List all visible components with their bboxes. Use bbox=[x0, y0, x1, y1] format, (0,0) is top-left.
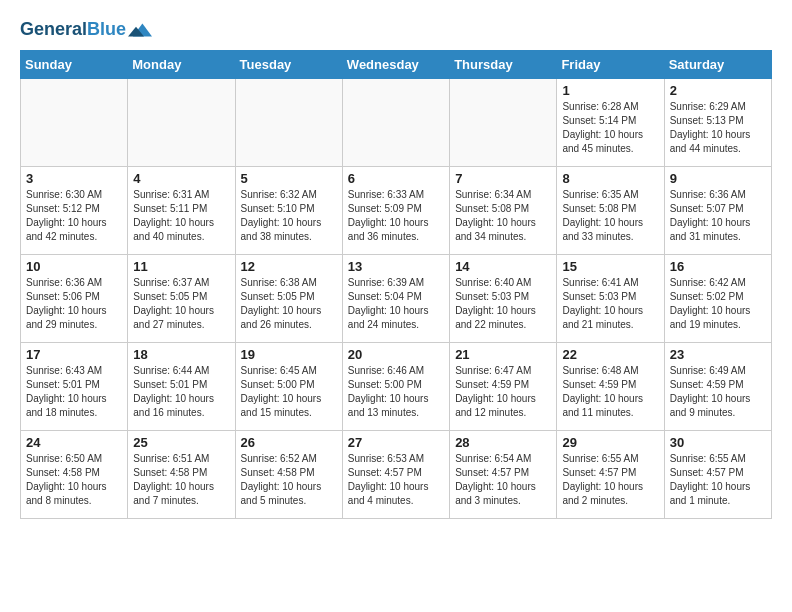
day-info: Sunrise: 6:41 AM Sunset: 5:03 PM Dayligh… bbox=[562, 276, 658, 332]
day-info: Sunrise: 6:42 AM Sunset: 5:02 PM Dayligh… bbox=[670, 276, 766, 332]
calendar-cell: 20Sunrise: 6:46 AM Sunset: 5:00 PM Dayli… bbox=[342, 343, 449, 431]
day-number: 26 bbox=[241, 435, 337, 450]
day-info: Sunrise: 6:54 AM Sunset: 4:57 PM Dayligh… bbox=[455, 452, 551, 508]
calendar-cell: 2Sunrise: 6:29 AM Sunset: 5:13 PM Daylig… bbox=[664, 79, 771, 167]
day-info: Sunrise: 6:46 AM Sunset: 5:00 PM Dayligh… bbox=[348, 364, 444, 420]
calendar-cell bbox=[342, 79, 449, 167]
day-info: Sunrise: 6:31 AM Sunset: 5:11 PM Dayligh… bbox=[133, 188, 229, 244]
day-number: 5 bbox=[241, 171, 337, 186]
day-number: 14 bbox=[455, 259, 551, 274]
day-info: Sunrise: 6:55 AM Sunset: 4:57 PM Dayligh… bbox=[562, 452, 658, 508]
calendar-week-row: 1Sunrise: 6:28 AM Sunset: 5:14 PM Daylig… bbox=[21, 79, 772, 167]
calendar-header-row: SundayMondayTuesdayWednesdayThursdayFrid… bbox=[21, 51, 772, 79]
day-info: Sunrise: 6:33 AM Sunset: 5:09 PM Dayligh… bbox=[348, 188, 444, 244]
day-info: Sunrise: 6:30 AM Sunset: 5:12 PM Dayligh… bbox=[26, 188, 122, 244]
calendar-cell: 8Sunrise: 6:35 AM Sunset: 5:08 PM Daylig… bbox=[557, 167, 664, 255]
calendar-cell bbox=[450, 79, 557, 167]
day-number: 8 bbox=[562, 171, 658, 186]
day-number: 3 bbox=[26, 171, 122, 186]
calendar-cell: 1Sunrise: 6:28 AM Sunset: 5:14 PM Daylig… bbox=[557, 79, 664, 167]
day-info: Sunrise: 6:35 AM Sunset: 5:08 PM Dayligh… bbox=[562, 188, 658, 244]
day-number: 4 bbox=[133, 171, 229, 186]
day-number: 13 bbox=[348, 259, 444, 274]
day-number: 1 bbox=[562, 83, 658, 98]
calendar-cell: 12Sunrise: 6:38 AM Sunset: 5:05 PM Dayli… bbox=[235, 255, 342, 343]
day-number: 16 bbox=[670, 259, 766, 274]
weekday-header-saturday: Saturday bbox=[664, 51, 771, 79]
calendar-cell: 3Sunrise: 6:30 AM Sunset: 5:12 PM Daylig… bbox=[21, 167, 128, 255]
day-info: Sunrise: 6:38 AM Sunset: 5:05 PM Dayligh… bbox=[241, 276, 337, 332]
calendar-cell: 18Sunrise: 6:44 AM Sunset: 5:01 PM Dayli… bbox=[128, 343, 235, 431]
calendar-week-row: 3Sunrise: 6:30 AM Sunset: 5:12 PM Daylig… bbox=[21, 167, 772, 255]
day-number: 15 bbox=[562, 259, 658, 274]
day-number: 30 bbox=[670, 435, 766, 450]
day-number: 29 bbox=[562, 435, 658, 450]
day-info: Sunrise: 6:50 AM Sunset: 4:58 PM Dayligh… bbox=[26, 452, 122, 508]
day-number: 23 bbox=[670, 347, 766, 362]
calendar-cell: 23Sunrise: 6:49 AM Sunset: 4:59 PM Dayli… bbox=[664, 343, 771, 431]
calendar-cell: 16Sunrise: 6:42 AM Sunset: 5:02 PM Dayli… bbox=[664, 255, 771, 343]
calendar-week-row: 10Sunrise: 6:36 AM Sunset: 5:06 PM Dayli… bbox=[21, 255, 772, 343]
day-info: Sunrise: 6:43 AM Sunset: 5:01 PM Dayligh… bbox=[26, 364, 122, 420]
logo-icon bbox=[128, 20, 152, 40]
day-number: 11 bbox=[133, 259, 229, 274]
day-number: 19 bbox=[241, 347, 337, 362]
calendar-cell: 26Sunrise: 6:52 AM Sunset: 4:58 PM Dayli… bbox=[235, 431, 342, 519]
calendar-cell: 25Sunrise: 6:51 AM Sunset: 4:58 PM Dayli… bbox=[128, 431, 235, 519]
day-number: 21 bbox=[455, 347, 551, 362]
calendar-cell: 7Sunrise: 6:34 AM Sunset: 5:08 PM Daylig… bbox=[450, 167, 557, 255]
day-info: Sunrise: 6:45 AM Sunset: 5:00 PM Dayligh… bbox=[241, 364, 337, 420]
day-info: Sunrise: 6:39 AM Sunset: 5:04 PM Dayligh… bbox=[348, 276, 444, 332]
day-info: Sunrise: 6:53 AM Sunset: 4:57 PM Dayligh… bbox=[348, 452, 444, 508]
day-info: Sunrise: 6:52 AM Sunset: 4:58 PM Dayligh… bbox=[241, 452, 337, 508]
calendar-cell: 30Sunrise: 6:55 AM Sunset: 4:57 PM Dayli… bbox=[664, 431, 771, 519]
calendar-cell: 14Sunrise: 6:40 AM Sunset: 5:03 PM Dayli… bbox=[450, 255, 557, 343]
calendar-cell: 11Sunrise: 6:37 AM Sunset: 5:05 PM Dayli… bbox=[128, 255, 235, 343]
weekday-header-monday: Monday bbox=[128, 51, 235, 79]
calendar-cell: 19Sunrise: 6:45 AM Sunset: 5:00 PM Dayli… bbox=[235, 343, 342, 431]
weekday-header-thursday: Thursday bbox=[450, 51, 557, 79]
day-number: 27 bbox=[348, 435, 444, 450]
day-number: 28 bbox=[455, 435, 551, 450]
calendar-cell: 29Sunrise: 6:55 AM Sunset: 4:57 PM Dayli… bbox=[557, 431, 664, 519]
day-info: Sunrise: 6:48 AM Sunset: 4:59 PM Dayligh… bbox=[562, 364, 658, 420]
day-info: Sunrise: 6:40 AM Sunset: 5:03 PM Dayligh… bbox=[455, 276, 551, 332]
calendar-cell: 27Sunrise: 6:53 AM Sunset: 4:57 PM Dayli… bbox=[342, 431, 449, 519]
day-info: Sunrise: 6:36 AM Sunset: 5:06 PM Dayligh… bbox=[26, 276, 122, 332]
calendar-cell bbox=[235, 79, 342, 167]
calendar-cell: 24Sunrise: 6:50 AM Sunset: 4:58 PM Dayli… bbox=[21, 431, 128, 519]
day-info: Sunrise: 6:44 AM Sunset: 5:01 PM Dayligh… bbox=[133, 364, 229, 420]
calendar-week-row: 24Sunrise: 6:50 AM Sunset: 4:58 PM Dayli… bbox=[21, 431, 772, 519]
day-number: 2 bbox=[670, 83, 766, 98]
day-info: Sunrise: 6:37 AM Sunset: 5:05 PM Dayligh… bbox=[133, 276, 229, 332]
calendar-cell: 4Sunrise: 6:31 AM Sunset: 5:11 PM Daylig… bbox=[128, 167, 235, 255]
day-number: 18 bbox=[133, 347, 229, 362]
day-info: Sunrise: 6:32 AM Sunset: 5:10 PM Dayligh… bbox=[241, 188, 337, 244]
calendar-week-row: 17Sunrise: 6:43 AM Sunset: 5:01 PM Dayli… bbox=[21, 343, 772, 431]
calendar-cell: 15Sunrise: 6:41 AM Sunset: 5:03 PM Dayli… bbox=[557, 255, 664, 343]
day-info: Sunrise: 6:55 AM Sunset: 4:57 PM Dayligh… bbox=[670, 452, 766, 508]
day-info: Sunrise: 6:51 AM Sunset: 4:58 PM Dayligh… bbox=[133, 452, 229, 508]
day-number: 17 bbox=[26, 347, 122, 362]
weekday-header-sunday: Sunday bbox=[21, 51, 128, 79]
calendar-cell: 10Sunrise: 6:36 AM Sunset: 5:06 PM Dayli… bbox=[21, 255, 128, 343]
weekday-header-tuesday: Tuesday bbox=[235, 51, 342, 79]
logo-text: GeneralBlue bbox=[20, 20, 126, 40]
day-info: Sunrise: 6:28 AM Sunset: 5:14 PM Dayligh… bbox=[562, 100, 658, 156]
day-number: 12 bbox=[241, 259, 337, 274]
day-number: 7 bbox=[455, 171, 551, 186]
day-number: 10 bbox=[26, 259, 122, 274]
calendar-cell: 13Sunrise: 6:39 AM Sunset: 5:04 PM Dayli… bbox=[342, 255, 449, 343]
day-number: 24 bbox=[26, 435, 122, 450]
calendar-cell: 5Sunrise: 6:32 AM Sunset: 5:10 PM Daylig… bbox=[235, 167, 342, 255]
day-info: Sunrise: 6:47 AM Sunset: 4:59 PM Dayligh… bbox=[455, 364, 551, 420]
weekday-header-friday: Friday bbox=[557, 51, 664, 79]
logo: GeneralBlue bbox=[20, 20, 152, 40]
calendar-cell: 9Sunrise: 6:36 AM Sunset: 5:07 PM Daylig… bbox=[664, 167, 771, 255]
calendar-cell: 28Sunrise: 6:54 AM Sunset: 4:57 PM Dayli… bbox=[450, 431, 557, 519]
calendar-cell bbox=[21, 79, 128, 167]
calendar-cell: 6Sunrise: 6:33 AM Sunset: 5:09 PM Daylig… bbox=[342, 167, 449, 255]
day-number: 6 bbox=[348, 171, 444, 186]
calendar-cell: 21Sunrise: 6:47 AM Sunset: 4:59 PM Dayli… bbox=[450, 343, 557, 431]
calendar-cell: 22Sunrise: 6:48 AM Sunset: 4:59 PM Dayli… bbox=[557, 343, 664, 431]
